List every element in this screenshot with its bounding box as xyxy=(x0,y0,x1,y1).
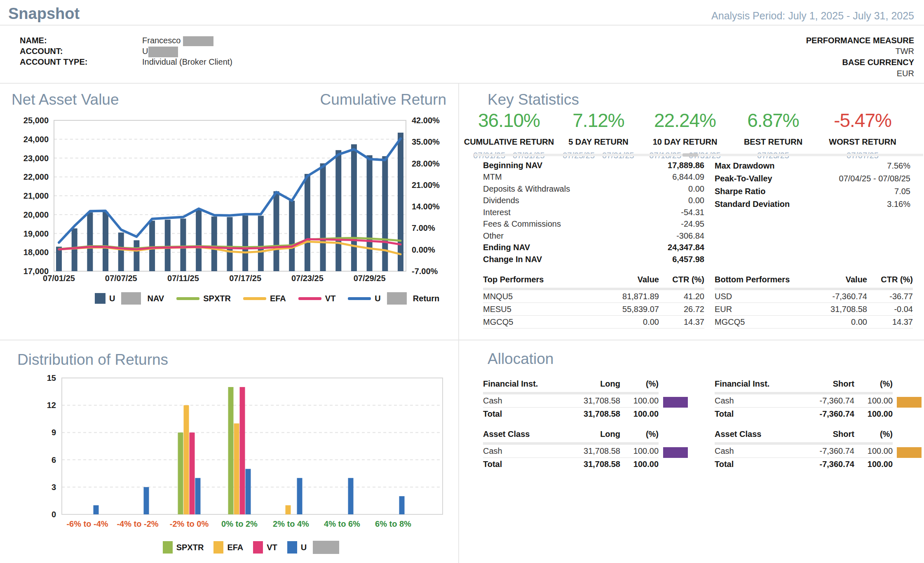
nav-bar xyxy=(149,221,155,271)
nav-bar xyxy=(398,133,403,271)
nav-x-axis-label: 07/23/25 xyxy=(291,274,324,283)
alloc-instrument: Cash xyxy=(483,446,558,456)
stat-value: 22.24% xyxy=(638,109,732,131)
distribution-chart-legend: SPXTREFAVTU xyxy=(62,541,443,554)
alloc-pct: 100.00 xyxy=(854,446,893,456)
kv-label: MTM xyxy=(483,172,502,182)
alloc-total-label: Total xyxy=(715,409,797,419)
performance-measure-label: PERFORMANCE MEASURE xyxy=(806,36,914,45)
performer-ctr: 41.20 xyxy=(659,292,704,301)
nav-bar xyxy=(274,191,279,271)
kv-row-sharpe-ratio: Sharpe Ratio7.05 xyxy=(715,185,910,198)
allocation-table-financial-inst--short: Financial Inst.Short(%)Cash-7,360.74100.… xyxy=(715,379,893,420)
alloc-pct: 100.00 xyxy=(620,396,659,406)
kv-label: Max Drawdown xyxy=(715,161,775,171)
nav-bar xyxy=(103,212,108,271)
dist-bar-u xyxy=(144,487,149,514)
divider-drag-handle[interactable] xyxy=(682,153,698,157)
kv-label: Fees & Commissions xyxy=(483,219,561,229)
dist-y-axis-label: 3 xyxy=(52,483,56,492)
nav-bar xyxy=(305,174,310,271)
alloc-header-name: Financial Inst. xyxy=(715,379,797,389)
nav-bar xyxy=(196,209,202,271)
dist-y-axis-label: 0 xyxy=(52,510,56,519)
key-statistics-divider xyxy=(474,154,923,156)
nav-x-axis-label: 07/11/25 xyxy=(167,274,199,283)
performers-row-mesu5: MESU555,839.0726.72 xyxy=(483,303,704,316)
nav-bar xyxy=(227,217,232,271)
legend-item-efa: EFA xyxy=(243,294,286,303)
cumulative-return-title: Cumulative Return xyxy=(320,91,446,108)
kv-value: 7.56% xyxy=(887,161,910,171)
nav-bar xyxy=(320,163,326,271)
alloc-row-cash: Cash-7,360.74100.00 xyxy=(715,445,893,458)
kv-label: Standard Deviation xyxy=(715,199,790,209)
kv-row-fees-commissions: Fees & Commissions-24.95 xyxy=(483,218,704,230)
nav-bar xyxy=(180,218,186,271)
nav-left-axis-label: 25,000 xyxy=(23,116,49,125)
dist-x-axis-label: 0% to 2% xyxy=(221,519,258,528)
dist-bar-spxtr xyxy=(178,432,183,514)
performer-value: 0.00 xyxy=(593,317,659,327)
alloc-header-side: Long xyxy=(558,429,620,439)
kv-value: 07/04/25 - 07/08/25 xyxy=(839,174,910,183)
dist-y-axis-label: 15 xyxy=(47,373,56,382)
dist-bar-spxtr xyxy=(228,387,234,514)
kv-label: Interest xyxy=(483,208,511,217)
nav-bar xyxy=(165,220,171,271)
account-type-value: Individual (Broker Client) xyxy=(142,57,232,67)
dist-bar-efa xyxy=(234,423,239,514)
dist-bar-u xyxy=(399,496,405,514)
dist-legend-item-spxtr: SPXTR xyxy=(163,541,204,554)
performer-symbol: MGCQ5 xyxy=(483,317,593,327)
kv-row-dividends: Dividends0.00 xyxy=(483,195,704,207)
nav-right-axis-label: 42.00% xyxy=(412,116,440,125)
alloc-header-pct: (%) xyxy=(620,429,659,439)
nav-right-axis-label: 28.00% xyxy=(412,159,440,168)
performer-symbol: USD xyxy=(715,292,805,301)
kv-row-peak-to-valley: Peak-To-Valley07/04/25 - 07/08/25 xyxy=(715,172,910,185)
account-type-label: ACCOUNT TYPE: xyxy=(20,57,87,67)
nav-bar xyxy=(242,216,248,271)
alloc-header-pct: (%) xyxy=(620,379,659,389)
kv-value: 0.00 xyxy=(688,196,704,205)
alloc-pct: 100.00 xyxy=(854,396,893,406)
nav-left-axis-label: 18,000 xyxy=(23,248,49,257)
dist-bar-efa xyxy=(286,505,291,514)
legend-line-swatch xyxy=(243,297,266,300)
performers-header: Bottom PerformersValueCTR (%) xyxy=(715,275,913,284)
dist-legend-redaction xyxy=(313,541,339,554)
kv-row-other: Other-306.84 xyxy=(483,230,704,242)
alloc-pct-bar xyxy=(897,447,922,458)
performer-symbol: MNQU5 xyxy=(483,292,593,301)
dist-x-axis-label: -2% to 0% xyxy=(170,519,209,528)
nav-bar xyxy=(258,216,264,271)
dist-legend-item-account: U xyxy=(287,541,342,554)
snapshot-report-page: Snapshot Analysis Period: July 1, 2025 -… xyxy=(0,0,924,563)
performer-ctr: 14.37 xyxy=(659,317,704,327)
dist-legend-swatch xyxy=(163,541,173,554)
alloc-value: 31,708.58 xyxy=(558,446,620,456)
key-statistics-title: Key Statistics xyxy=(488,91,579,108)
alloc-value: -7,360.74 xyxy=(797,396,854,406)
alloc-total-value: -7,360.74 xyxy=(797,409,854,419)
alloc-header: Financial Inst.Long(%) xyxy=(483,379,659,389)
allocation-title: Allocation xyxy=(488,350,553,368)
kv-row-change-in-nav: Change In NAV6,457.98 xyxy=(483,253,704,265)
stat-cumulative-return: 36.10%CUMULATIVE RETURN07/01/25 - 07/31/… xyxy=(462,109,556,160)
kv-value: 6,844.09 xyxy=(672,172,704,182)
dist-legend-item-vt: VT xyxy=(253,541,277,554)
stat-5-day-return: 7.12%5 DAY RETURN07/25/25 - 07/31/25 xyxy=(551,109,646,160)
stat-label: CUMULATIVE RETURN xyxy=(462,137,556,147)
alloc-row-cash: Cash-7,360.74100.00 xyxy=(715,394,893,408)
kv-row-max-drawdown: Max Drawdown7.56% xyxy=(715,160,910,172)
kv-value: -54.31 xyxy=(681,208,704,217)
nav-bar xyxy=(289,201,295,271)
nav-left-axis-label: 21,000 xyxy=(23,191,49,200)
nav-bar xyxy=(134,240,139,271)
allocation-table-financial-inst--long: Financial Inst.Long(%)Cash31,708.58100.0… xyxy=(483,379,659,420)
alloc-value: -7,360.74 xyxy=(797,446,854,456)
name-label: NAME: xyxy=(20,36,47,45)
alloc-total-pct: 100.00 xyxy=(620,409,659,419)
kv-label: Change In NAV xyxy=(483,255,542,264)
